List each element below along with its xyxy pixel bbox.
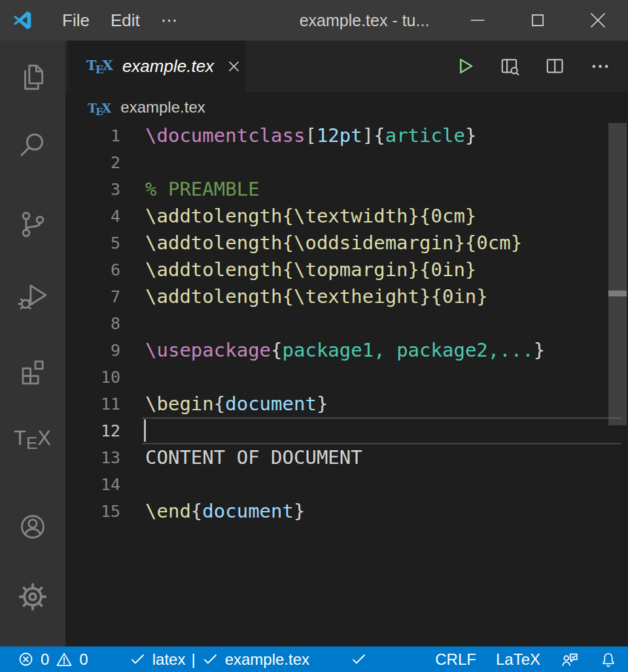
check-icon bbox=[129, 650, 147, 668]
code-line-2[interactable]: 2 bbox=[65, 149, 628, 176]
status-feedback[interactable] bbox=[560, 650, 580, 669]
token-punct: } bbox=[465, 124, 476, 147]
token-punct: { bbox=[214, 393, 225, 415]
tex-file-icon: TEX bbox=[86, 57, 113, 76]
error-icon bbox=[17, 650, 35, 668]
tab-bar: TEX example.tex bbox=[65, 41, 628, 92]
token-punct: } bbox=[317, 393, 328, 415]
token-macro: \documentclass bbox=[145, 124, 305, 147]
maximize-button[interactable] bbox=[508, 0, 568, 41]
code-line-content: \usepackage{package1, package2,...} bbox=[145, 337, 545, 364]
activity-latex-workshop[interactable]: TEX bbox=[0, 427, 65, 453]
code-line-7[interactable]: 7\addtolength{\textheight}{0in} bbox=[65, 283, 628, 310]
code-line-content: \addtolength{\topmargin}{0in} bbox=[145, 256, 476, 283]
editor[interactable]: 1\documentclass[12pt]{article}23% PREAMB… bbox=[65, 122, 628, 525]
status-text: 0 bbox=[79, 650, 88, 669]
status-notifications[interactable] bbox=[599, 650, 618, 669]
menu-more[interactable]: ⋯ bbox=[150, 7, 188, 35]
code-line-11[interactable]: 11\begin{document} bbox=[65, 391, 628, 417]
code-line-14[interactable]: 14 bbox=[65, 471, 628, 498]
breadcrumb[interactable]: TEX example.tex bbox=[65, 92, 628, 123]
feedback-icon bbox=[560, 650, 580, 669]
status-text: 0 bbox=[41, 650, 49, 669]
status-text: LaTeX bbox=[496, 650, 540, 669]
activity-run-debug[interactable] bbox=[0, 279, 65, 312]
status-bar-left: 00latex|example.tex bbox=[17, 650, 368, 669]
code-line-6[interactable]: 6\addtolength{\topmargin}{0in} bbox=[65, 256, 628, 283]
code-line-10[interactable]: 10 bbox=[65, 364, 628, 391]
menu-edit[interactable]: Edit bbox=[100, 7, 150, 35]
status-latex-workshop-status[interactable]: latex|example.tex bbox=[129, 650, 309, 669]
code-line-9[interactable]: 9\usepackage{package1, package2,...} bbox=[65, 337, 628, 364]
token-punct: ]{ bbox=[362, 124, 385, 147]
activity-accounts[interactable] bbox=[0, 512, 65, 542]
code-line-13[interactable]: 13CONTENT OF DOCUMENT bbox=[65, 444, 628, 471]
token-punct: { bbox=[191, 500, 202, 522]
token-type: package1, package2,... bbox=[283, 339, 534, 361]
activity-extensions[interactable] bbox=[0, 355, 65, 386]
check-icon bbox=[201, 650, 219, 668]
code-line-content: \documentclass[12pt]{article} bbox=[145, 122, 476, 149]
token-param: document bbox=[225, 393, 317, 415]
menu-file[interactable]: File bbox=[52, 7, 100, 35]
token-punct: } bbox=[534, 339, 545, 361]
token-yellow: \addtolength{\oddsidemargin}{0cm} bbox=[145, 232, 522, 254]
status-build-status[interactable] bbox=[350, 650, 368, 668]
token-param: 12pt bbox=[317, 124, 362, 147]
more-actions-button[interactable] bbox=[589, 56, 611, 77]
vscode-window: FileEdit⋯ example.tex - tu... TEX TEX ex… bbox=[0, 0, 628, 672]
split-editor-button[interactable] bbox=[544, 56, 566, 77]
minimize-button[interactable] bbox=[447, 0, 508, 41]
status-language-mode[interactable]: LaTeX bbox=[496, 650, 540, 669]
line-number: 9 bbox=[65, 337, 120, 364]
activity-explorer[interactable] bbox=[0, 61, 65, 94]
line-number: 1 bbox=[65, 122, 120, 149]
code-line-content: % PREAMBLE bbox=[145, 176, 260, 203]
editor-actions bbox=[455, 41, 611, 92]
tab-example-tex[interactable]: TEX example.tex bbox=[68, 41, 245, 92]
view-latex-pdf-button[interactable] bbox=[499, 56, 521, 77]
code-line-content: \end{document} bbox=[145, 498, 305, 525]
code-line-8[interactable]: 8 bbox=[65, 310, 628, 337]
status-eol-indicator[interactable]: CRLF bbox=[435, 650, 476, 669]
line-number: 12 bbox=[65, 417, 120, 444]
scrollbar-thumb[interactable] bbox=[608, 123, 627, 425]
code-line-3[interactable]: 3% PREAMBLE bbox=[65, 176, 628, 203]
close-button[interactable] bbox=[568, 0, 628, 41]
breadcrumb-label[interactable]: example.tex bbox=[120, 98, 205, 116]
status-bar-right: CRLFLaTeX bbox=[435, 650, 618, 669]
line-number: 4 bbox=[65, 203, 120, 230]
text-cursor bbox=[144, 419, 146, 442]
line-number: 6 bbox=[65, 256, 120, 283]
editor-scrollbar bbox=[608, 123, 627, 646]
token-type: article bbox=[385, 124, 465, 147]
build-latex-button[interactable] bbox=[455, 56, 476, 77]
status-text: latex bbox=[152, 650, 186, 669]
code-line-content: \addtolength{\oddsidemargin}{0cm} bbox=[145, 230, 522, 256]
status-problems[interactable]: 00 bbox=[17, 650, 88, 669]
activity-bar: TEX bbox=[0, 41, 65, 646]
code-line-15[interactable]: 15\end{document} bbox=[65, 498, 628, 525]
activity-settings[interactable] bbox=[0, 581, 65, 612]
line-number: 14 bbox=[65, 471, 120, 498]
line-number: 5 bbox=[65, 230, 120, 256]
token-punct: [ bbox=[305, 124, 316, 147]
activity-source-control[interactable] bbox=[0, 209, 65, 240]
code-line-content: \begin{document} bbox=[145, 391, 328, 417]
check-icon bbox=[350, 650, 368, 668]
code-line-12[interactable]: 12 bbox=[65, 417, 628, 444]
code-line-4[interactable]: 4\addtolength{\textwidth}{0cm} bbox=[65, 203, 628, 230]
line-number: 15 bbox=[65, 498, 120, 525]
menubar: FileEdit⋯ bbox=[52, 7, 188, 35]
code-line-content: CONTENT OF DOCUMENT bbox=[145, 444, 362, 471]
token-yellow: \addtolength{\textwidth}{0cm} bbox=[145, 205, 476, 227]
code-line-1[interactable]: 1\documentclass[12pt]{article} bbox=[65, 122, 628, 149]
code-line-5[interactable]: 5\addtolength{\oddsidemargin}{0cm} bbox=[65, 230, 628, 256]
code-line-content: \addtolength{\textheight}{0in} bbox=[145, 283, 488, 310]
token-yellow: \addtolength{\textheight}{0in} bbox=[145, 285, 488, 308]
scrollbar-cursor-marker bbox=[608, 291, 627, 296]
tab-close-icon[interactable] bbox=[227, 60, 241, 73]
activity-search[interactable] bbox=[0, 130, 65, 161]
warning-icon bbox=[55, 650, 73, 669]
status-text: example.tex bbox=[225, 650, 309, 669]
